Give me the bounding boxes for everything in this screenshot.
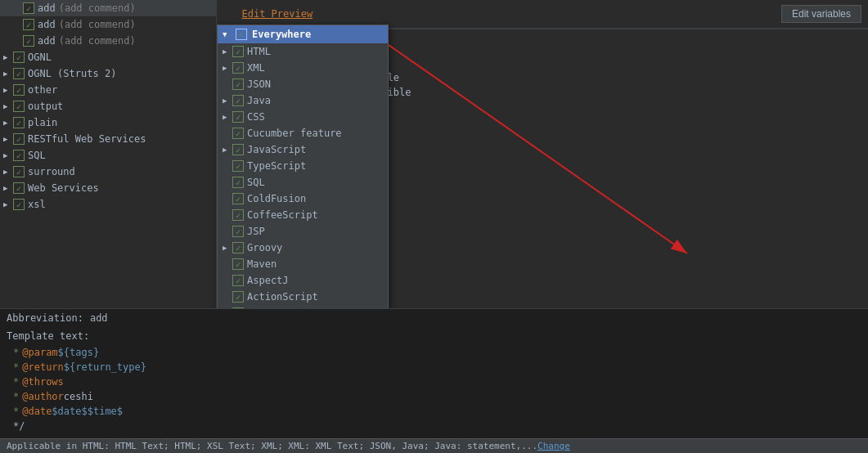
dropdown-item-cucumber[interactable]: ▶ Cucumber feature bbox=[218, 125, 388, 141]
tree-item-surround[interactable]: ▶ surround bbox=[0, 164, 216, 180]
dd-check-coffee[interactable] bbox=[232, 209, 244, 221]
dropdown-header[interactable]: ▼ Everywhere bbox=[218, 25, 388, 43]
dd-check-jsp[interactable] bbox=[232, 226, 244, 237]
dd-check-cf[interactable] bbox=[232, 193, 244, 204]
applies-label bbox=[230, 8, 236, 20]
change-link[interactable]: Change bbox=[537, 441, 570, 451]
dd-check-cucumber[interactable] bbox=[232, 128, 244, 139]
dropdown-item-css[interactable]: ▶ CSS bbox=[218, 109, 388, 125]
check-add1[interactable] bbox=[23, 2, 34, 14]
code-line-1: * @param ${tags} bbox=[13, 345, 855, 360]
check-ognl[interactable] bbox=[13, 52, 25, 63]
tree-item-webservices[interactable]: ▶ Web Services bbox=[0, 180, 216, 196]
dropdown-item-sql[interactable]: ▶ SQL bbox=[218, 174, 388, 191]
check-output[interactable] bbox=[13, 101, 25, 112]
tree-item-add2[interactable]: add (add commend) bbox=[0, 16, 216, 33]
main-area: add (add commend) add (add commend) add … bbox=[0, 0, 868, 308]
dropdown-item-groovy[interactable]: ▶ Groovy bbox=[218, 240, 388, 256]
check-surround[interactable] bbox=[13, 166, 25, 177]
dd-label-ts: TypeScript bbox=[247, 160, 306, 172]
check-plain[interactable] bbox=[13, 117, 25, 128]
dropdown-item-aspectj[interactable]: ▶ AspectJ bbox=[218, 272, 388, 289]
dd-check-groovy[interactable] bbox=[232, 242, 244, 253]
edit-variables-button[interactable]: Edit variables bbox=[781, 5, 861, 23]
dropdown-item-html[interactable]: ▶ HTML bbox=[218, 43, 388, 60]
template-label: Template text: bbox=[7, 330, 861, 342]
sublabel-add1: (add commend) bbox=[59, 2, 136, 14]
dropdown-item-actionscript[interactable]: ▶ ActionScript bbox=[218, 289, 388, 305]
check-webservices[interactable] bbox=[13, 182, 25, 194]
check-add3[interactable] bbox=[23, 35, 34, 47]
arrow-xsl: ▶ bbox=[3, 200, 13, 209]
edit-preview-link[interactable]: Edit Preview bbox=[241, 8, 313, 20]
dd-check-html[interactable] bbox=[232, 46, 244, 57]
tree-item-sql[interactable]: ▶ SQL bbox=[0, 147, 216, 164]
dropdown-header-check[interactable] bbox=[236, 29, 247, 40]
label-add3: add bbox=[38, 35, 56, 47]
dropdown-item-coldfusion[interactable]: ▶ ColdFusion bbox=[218, 191, 388, 207]
dd-check-xml[interactable] bbox=[232, 62, 244, 74]
check-other[interactable] bbox=[13, 84, 25, 96]
dropdown-item-js[interactable]: ▶ JavaScript bbox=[218, 141, 388, 158]
label-restful: RESTful Web Services bbox=[28, 133, 146, 145]
check-restful[interactable] bbox=[13, 133, 25, 145]
tree-item-xsl[interactable]: ▶ xsl bbox=[0, 196, 216, 213]
dropdown-item-mxml[interactable]: ▶ MXML bbox=[218, 305, 388, 308]
dd-check-css[interactable] bbox=[232, 111, 244, 123]
dropdown-item-maven[interactable]: ▶ Maven bbox=[218, 256, 388, 272]
code-line-4: * @author ceshi bbox=[13, 389, 855, 404]
dropdown-item-jsp[interactable]: ▶ JSP bbox=[218, 223, 388, 240]
dd-label-js: JavaScript bbox=[247, 144, 306, 155]
dd-label-html: HTML bbox=[247, 46, 271, 57]
abbreviation-label: Abbreviation: bbox=[7, 312, 83, 324]
tree-item-ognl-struts[interactable]: ▶ OGNL (Struts 2) bbox=[0, 65, 216, 82]
dd-check-js[interactable] bbox=[232, 144, 244, 155]
arrow-sql: ▶ bbox=[3, 151, 13, 159]
dd-label-coffee: CoffeeScript bbox=[247, 209, 318, 221]
tree-item-restful[interactable]: ▶ RESTful Web Services bbox=[0, 131, 216, 147]
dd-label-maven: Maven bbox=[247, 258, 277, 270]
tree-item-add1[interactable]: add (add commend) bbox=[0, 0, 216, 16]
dd-check-aspectj[interactable] bbox=[232, 275, 244, 286]
check-xsl[interactable] bbox=[13, 199, 25, 210]
dropdown-item-java[interactable]: ▶ Java bbox=[218, 92, 388, 109]
arrow-ognl: ▶ bbox=[3, 53, 13, 61]
dd-check-mxml[interactable] bbox=[232, 307, 244, 308]
dropdown-header-label: Everywhere bbox=[252, 29, 311, 40]
tree-item-other[interactable]: ▶ other bbox=[0, 82, 216, 98]
tree-item-plain[interactable]: ▶ plain bbox=[0, 114, 216, 131]
template-text-area: Template text: * @param ${tags} * @retur… bbox=[0, 327, 868, 438]
tree-item-ognl[interactable]: ▶ OGNL bbox=[0, 49, 216, 65]
abbreviation-value: add bbox=[90, 312, 108, 324]
plain1: ceshi bbox=[64, 389, 93, 404]
label-add1: add bbox=[38, 2, 56, 14]
label-other: other bbox=[28, 84, 57, 96]
dd-check-ts[interactable] bbox=[232, 160, 244, 172]
dropdown-item-coffeescript[interactable]: ▶ CoffeeScript bbox=[218, 207, 388, 223]
label-webservices: Web Services bbox=[28, 182, 99, 194]
dropdown-item-xml[interactable]: ▶ XML bbox=[218, 60, 388, 76]
label-plain: plain bbox=[28, 117, 57, 128]
dropdown-item-json[interactable]: ▶ JSON bbox=[218, 76, 388, 92]
label-ognl-struts: OGNL (Struts 2) bbox=[28, 68, 116, 79]
dd-check-java[interactable] bbox=[232, 95, 244, 106]
tree-item-add3[interactable]: add (add commend) bbox=[0, 33, 216, 49]
dd-label-json: JSON bbox=[247, 78, 271, 90]
dd-check-as[interactable] bbox=[232, 291, 244, 303]
var1: ${tags} bbox=[58, 345, 100, 360]
check-ognl-struts[interactable] bbox=[13, 68, 25, 79]
status-bar: Applicable in HTML: HTML Text; HTML; XSL… bbox=[0, 438, 868, 453]
check-add2[interactable] bbox=[23, 19, 34, 30]
code-block: * @param ${tags} * @return ${return_type… bbox=[7, 343, 861, 435]
dd-label-aspectj: AspectJ bbox=[247, 275, 289, 286]
label-surround: surround bbox=[28, 166, 75, 177]
check-sql[interactable] bbox=[13, 150, 25, 161]
dropdown-arrow: ▼ bbox=[223, 30, 232, 38]
tree-item-output[interactable]: ▶ output bbox=[0, 98, 216, 114]
dd-check-maven[interactable] bbox=[232, 258, 244, 270]
dd-check-sql[interactable] bbox=[232, 177, 244, 188]
dd-check-json[interactable] bbox=[232, 78, 244, 90]
kw4: @author bbox=[22, 389, 64, 404]
star3: * bbox=[13, 375, 19, 389]
dropdown-item-ts[interactable]: ▶ TypeScript bbox=[218, 158, 388, 174]
